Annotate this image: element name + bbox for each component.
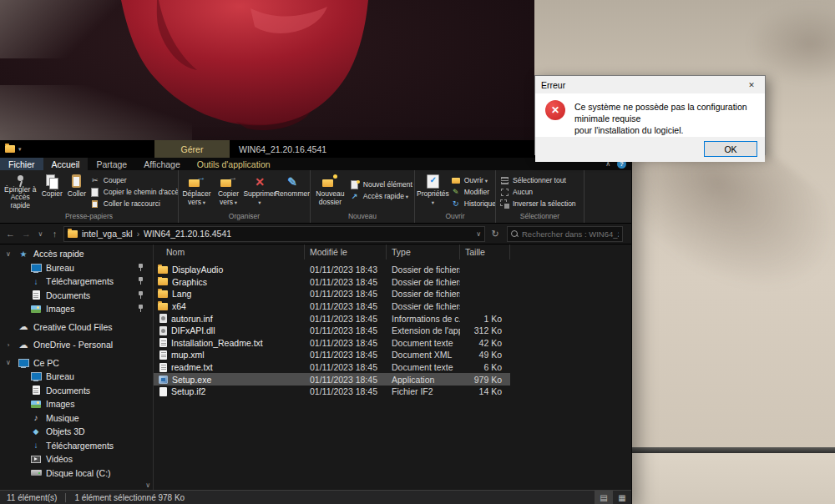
file-type: Dossier de fichiers bbox=[387, 301, 460, 311]
sidebar-label: Images bbox=[46, 399, 74, 409]
new-item-button[interactable]: Nouvel élément bbox=[348, 179, 413, 190]
pin-icon bbox=[137, 277, 144, 285]
copy-path-button[interactable]: Copier le chemin d'accès bbox=[89, 186, 177, 198]
pictures-icon bbox=[31, 305, 41, 313]
file-row[interactable]: DIFxAPI.dll 01/11/2023 18:45 Extension d… bbox=[154, 325, 631, 337]
file-row[interactable]: x64 01/11/2023 18:45 Dossier de fichiers bbox=[154, 300, 631, 313]
tab-affichage[interactable]: Affichage bbox=[135, 158, 189, 170]
file-row[interactable]: Lang 01/11/2023 18:45 Dossier de fichier… bbox=[154, 288, 631, 300]
copy-path-label: Copier le chemin d'accès bbox=[104, 188, 179, 196]
dll-file-icon bbox=[159, 326, 167, 335]
edit-button[interactable]: ✎ Modifier bbox=[449, 186, 494, 198]
breadcrumb-separator-icon[interactable]: › bbox=[137, 229, 139, 239]
column-header-size[interactable]: Taille bbox=[460, 244, 510, 260]
3d-objects-icon: ◆ bbox=[30, 426, 42, 436]
delete-button[interactable]: ✕ Supprimer bbox=[244, 172, 276, 212]
pin-icon bbox=[137, 305, 144, 313]
sidebar-item-quick-access[interactable]: ∨ ★ Accès rapide bbox=[0, 247, 153, 261]
tab-outils-application[interactable]: Outils d'application bbox=[189, 158, 279, 170]
address-dropdown-icon[interactable]: ∨ bbox=[476, 230, 481, 238]
file-type: Informations de c... bbox=[387, 314, 460, 324]
file-row[interactable]: DisplayAudio 01/11/2023 18:43 Dossier de… bbox=[154, 264, 631, 276]
sidebar-label: Disque local (C:) bbox=[46, 468, 111, 478]
search-input[interactable] bbox=[522, 229, 619, 239]
sidebar-item-creative-cloud-files[interactable]: ☁ Creative Cloud Files bbox=[0, 320, 153, 335]
sidebar-item-pc-telechargements[interactable]: ↓ Téléchargements bbox=[0, 439, 153, 453]
details-view-button[interactable]: ▤ bbox=[595, 491, 613, 504]
tab-fichier[interactable]: Fichier bbox=[0, 158, 43, 170]
refresh-icon[interactable]: ↻ bbox=[487, 229, 504, 239]
dialog-close-icon[interactable]: ✕ bbox=[738, 76, 765, 93]
column-header-name[interactable]: Nom bbox=[154, 244, 305, 260]
select-all-button[interactable]: Sélectionner tout bbox=[498, 174, 578, 186]
sidebar-item-disque-local-c[interactable]: Disque local (C:) bbox=[0, 466, 153, 481]
dialog-title-bar[interactable]: Erreur ✕ bbox=[535, 76, 765, 93]
file-row[interactable]: Installation_Readme.txt 01/11/2023 18:45… bbox=[154, 337, 631, 350]
error-dialog: Erreur ✕ ✕ Ce système ne possède pas la … bbox=[534, 75, 766, 155]
sidebar-item-telechargements[interactable]: ↓ Téléchargements bbox=[0, 275, 153, 289]
sidebar-item-pc-documents[interactable]: Documents bbox=[0, 384, 153, 398]
address-field[interactable]: intel_vga_skl › WIN64_21.20.16.4541 ∨ bbox=[63, 226, 485, 242]
rename-button[interactable]: ✎ Renommer bbox=[276, 172, 309, 212]
sidebar-item-documents[interactable]: Documents bbox=[0, 289, 153, 303]
cut-button[interactable]: ✂ Couper bbox=[89, 174, 177, 186]
select-none-button[interactable]: Aucun bbox=[498, 186, 578, 198]
file-row[interactable]: Graphics 01/11/2023 18:45 Dossier de fic… bbox=[154, 276, 631, 289]
qat-caret-icon[interactable]: ▾ bbox=[18, 146, 22, 153]
thumbnails-view-button[interactable]: ▦ bbox=[613, 491, 631, 504]
sidebar-item-bureau[interactable]: Bureau bbox=[0, 261, 153, 275]
properties-button[interactable]: Propriétés bbox=[417, 172, 449, 212]
documents-icon bbox=[33, 386, 40, 395]
chevron-down-icon[interactable]: ∨ bbox=[3, 359, 13, 366]
invert-selection-button[interactable]: Inverser la sélection bbox=[498, 198, 578, 209]
file-modified: 01/11/2023 18:45 bbox=[305, 350, 387, 360]
edit-label: Modifier bbox=[464, 188, 489, 196]
manage-contextual-tab[interactable]: Gérer bbox=[154, 140, 230, 158]
sidebar-item-objets-3d[interactable]: ◆ Objets 3D bbox=[0, 425, 153, 439]
history-button[interactable]: ↻ Historique bbox=[449, 198, 494, 209]
pin-to-quick-access-button[interactable]: Épingler à Accès rapide bbox=[2, 172, 38, 212]
chevron-down-icon[interactable]: ∨ bbox=[3, 250, 13, 258]
breadcrumb-segment[interactable]: WIN64_21.20.16.4541 bbox=[144, 229, 231, 239]
back-icon[interactable]: ← bbox=[3, 229, 18, 239]
chevron-right-icon[interactable]: › bbox=[3, 341, 13, 349]
file-row[interactable]: autorun.inf 01/11/2023 18:45 Information… bbox=[154, 312, 631, 325]
ok-button[interactable]: OK bbox=[704, 141, 757, 157]
paste-shortcut-button[interactable]: Coller le raccourci bbox=[89, 198, 177, 209]
file-row[interactable]: readme.txt 01/11/2023 18:45 Document tex… bbox=[154, 361, 631, 374]
new-folder-button[interactable]: Nouveau dossier bbox=[312, 172, 348, 212]
paste-button[interactable]: Coller bbox=[65, 172, 89, 212]
copy-button[interactable]: Copier bbox=[38, 172, 65, 212]
open-label: Ouvrir bbox=[464, 176, 488, 184]
sidebar-item-pc-bureau[interactable]: Bureau bbox=[0, 370, 153, 384]
sidebar-item-images[interactable]: Images bbox=[0, 302, 153, 316]
invert-selection-label: Inverser la sélection bbox=[513, 199, 576, 208]
sidebar-item-musique[interactable]: ♪ Musique bbox=[0, 411, 153, 426]
breadcrumb-segment[interactable]: intel_vga_skl bbox=[82, 229, 133, 239]
delete-icon: ✕ bbox=[250, 174, 269, 189]
tab-accueil[interactable]: Accueil bbox=[43, 158, 89, 170]
file-row-selected[interactable]: Setup.exe 01/11/2023 18:45 Application 9… bbox=[154, 373, 631, 386]
recent-locations-icon[interactable]: ∨ bbox=[35, 230, 46, 238]
music-icon: ♪ bbox=[30, 413, 42, 423]
sidebar-item-pc-images[interactable]: Images bbox=[0, 397, 153, 411]
up-icon[interactable]: ↑ bbox=[48, 229, 62, 239]
move-to-button[interactable]: Déplacer vers bbox=[180, 172, 213, 212]
column-header-modified[interactable]: Modifié le bbox=[305, 244, 387, 260]
file-row[interactable]: mup.xml 01/11/2023 18:45 Document XML 49… bbox=[154, 349, 631, 361]
sidebar-item-onedrive[interactable]: › ☁ OneDrive - Personal bbox=[0, 338, 153, 352]
forward-icon[interactable]: → bbox=[19, 229, 33, 239]
sidebar-item-ce-pc[interactable]: ∨ Ce PC bbox=[0, 356, 153, 370]
open-button[interactable]: Ouvrir bbox=[449, 174, 494, 186]
sidebar-item-videos[interactable]: Vidéos bbox=[0, 452, 153, 466]
file-row[interactable]: Setup.if2 01/11/2023 18:45 Fichier IF2 1… bbox=[154, 386, 631, 398]
search-box[interactable] bbox=[507, 226, 623, 242]
videos-icon bbox=[31, 456, 41, 463]
easy-access-button[interactable]: ↗ Accès rapide bbox=[348, 190, 413, 202]
column-header-type[interactable]: Type bbox=[387, 244, 460, 260]
tab-partage[interactable]: Partage bbox=[88, 158, 135, 170]
copy-to-button[interactable]: Copier vers bbox=[213, 172, 244, 212]
ribbon-group-open: Propriétés Ouvrir ✎ Modifier ↻ bbox=[415, 170, 496, 223]
sidebar-scroll-down-icon[interactable]: ∨ bbox=[145, 481, 150, 489]
file-name: Setup.exe bbox=[172, 375, 211, 385]
